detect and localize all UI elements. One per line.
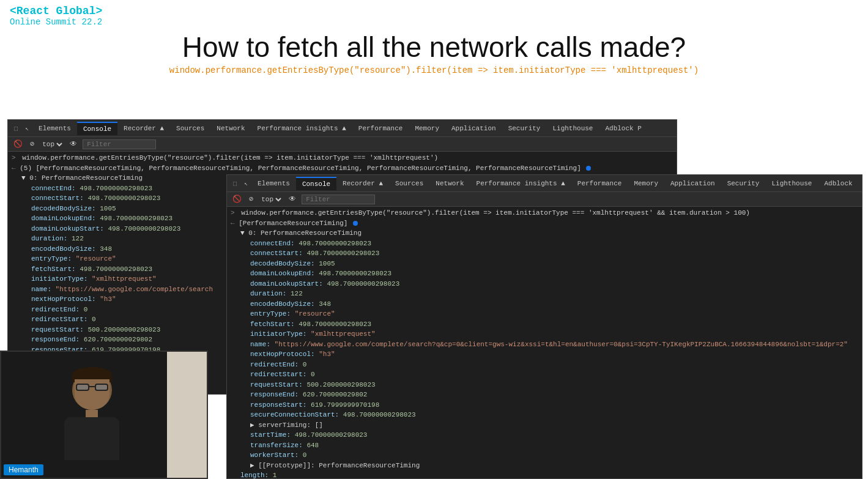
prop-domainLookupEnd-2: domainLookupEnd: 498.70000000298023 [249, 269, 859, 279]
tab-security-2[interactable]: Security [721, 177, 766, 190]
prop-name-1: connectEnd: [31, 185, 80, 192]
inspect-icon-2[interactable]: ⬚ [229, 177, 240, 190]
tab-application-2[interactable]: Application [664, 177, 721, 190]
header: <React Global> Online Summit 22.2 [0, 0, 868, 29]
webcam-overlay: Hemanth [0, 351, 208, 479]
item0-label-2: ▼ 0: PerformanceResourceTiming [239, 228, 859, 239]
prop-responseStart-2: responseStart: 619.7999999970198 [249, 400, 859, 410]
devtools-tabbar-1: ⬚ ↖ Elements Console Recorder ▲ Sources … [8, 120, 677, 137]
prop-length-2: length: 1 [239, 470, 859, 478]
prop-workerStart-2: workerStart: 0 [249, 450, 859, 461]
stop-btn-1[interactable]: ⊘ [28, 139, 36, 149]
tab-recorder-1[interactable]: Recorder ▲ [117, 122, 170, 135]
prop-nextHopProtocol-2: nextHopProtocol: "h3" [249, 349, 859, 360]
devtools-toolbar-1: 🚫 ⊘ top 👁 [8, 137, 677, 152]
prop-redirectStart-2: redirectStart: 0 [249, 369, 859, 380]
name-badge: Hemanth [4, 464, 43, 475]
tab-sources-1[interactable]: Sources [170, 122, 210, 135]
prop-connectEnd-2: connectEnd: 498.70000000298023 [249, 239, 859, 249]
prop-transferSize-2: transferSize: 648 [249, 440, 859, 451]
output-arrow-2: ← [231, 220, 239, 227]
brand-subtitle: Online Summit 22.2 [10, 17, 858, 27]
stop-btn-2[interactable]: ⊘ [247, 194, 255, 204]
prop-name-url-2: name: "https://www.google.com/complete/s… [249, 340, 859, 350]
cursor-icon[interactable]: ↖ [21, 122, 32, 135]
console-output-array-2: ← [PerformanceResourceTiming] [229, 218, 859, 229]
clear-btn-2[interactable]: 🚫 [231, 194, 243, 204]
eye-btn-2[interactable]: 👁 [287, 194, 298, 204]
tab-performance-2[interactable]: Performance [571, 177, 628, 190]
prop-redirectEnd-2: redirectEnd: 0 [249, 360, 859, 370]
console-input-line-1: > window.performance.getEntriesByType("r… [10, 153, 674, 163]
prop-connectStart-2: connectStart: 498.70000000298023 [249, 248, 859, 259]
context-select-1[interactable]: top [40, 140, 64, 149]
inspect-icon[interactable]: ⬚ [10, 122, 21, 135]
output-arrow-1: ← [12, 165, 20, 172]
filter-input-1[interactable] [83, 139, 156, 149]
tab-performance-1[interactable]: Performance [352, 122, 409, 135]
console-input-text-1: window.performance.getEntriesByType("res… [22, 154, 438, 162]
webcam-video [1, 352, 207, 478]
tab-network-2[interactable]: Network [429, 177, 470, 190]
output-text-2: [PerformanceResourceTiming] [239, 220, 347, 227]
tab-security-1[interactable]: Security [502, 122, 547, 135]
prop-initiatorType-2: initiatorType: "xmlhttprequest" [249, 329, 859, 340]
tab-adblock-2[interactable]: Adblock [818, 177, 858, 190]
item0-text-1: ▼ 0: PerformanceResourceTiming [21, 174, 143, 182]
prop-duration-2: duration: 122 [249, 289, 859, 299]
item0-text-2: ▼ 0: PerformanceResourceTiming [240, 229, 362, 237]
tab-application-1[interactable]: Application [445, 122, 502, 135]
prop-requestStart-2: requestStart: 500.2000000298023 [249, 380, 859, 390]
prop-entryType-2: entryType: "resource" [249, 309, 859, 319]
prop-fetchStart-2: fetchStart: 498.70000000298023 [249, 319, 859, 330]
subtitle-code: window.performance.getEntriesByType("res… [0, 65, 868, 75]
tab-elements-1[interactable]: Elements [32, 122, 77, 135]
prop-val-1: 498.70000000298023 [80, 185, 152, 192]
prop-responseEnd-2: responseEnd: 620.700000029802 [249, 390, 859, 400]
input-arrow-1: > [12, 154, 16, 162]
console-input-text-2: window.performance.getEntriesByType("res… [241, 209, 750, 217]
devtools-toolbar-2: 🚫 ⊘ top 👁 [227, 192, 862, 207]
prop-secureConnectionStart-2: secureConnectionStart: 498.7000000029802… [249, 410, 859, 420]
brand-title: <React Global> [10, 5, 858, 17]
prop-encodedBodySize-2: encodedBodySize: 348 [249, 299, 859, 310]
prop-serverTiming-2: ▶ serverTiming: [] [249, 420, 859, 431]
tab-elements-2[interactable]: Elements [251, 177, 296, 190]
cursor-icon-2[interactable]: ↖ [240, 177, 251, 190]
console-content-2: > window.performance.getEntriesByType("r… [227, 207, 862, 478]
input-arrow-2: > [231, 209, 235, 217]
tab-lighthouse-2[interactable]: Lighthouse [765, 177, 818, 190]
tab-perf-insights-2[interactable]: Performance insights ▲ [470, 177, 571, 190]
prop-prototype-perf-2: ▶ [[Prototype]]: PerformanceResourceTimi… [249, 461, 859, 471]
tab-adblock-1[interactable]: Adblock P [599, 122, 647, 135]
tab-console-2[interactable]: Console [296, 177, 336, 190]
prop-startTime-2: startTime: 498.70000000298023 [249, 430, 859, 440]
tab-console-1[interactable]: Console [77, 122, 117, 135]
tab-perf-insights-1[interactable]: Performance insights ▲ [251, 122, 352, 135]
info-icon-1 [586, 166, 591, 171]
console-output-array-1: ← (5) [PerformanceResourceTiming, Perfor… [10, 163, 674, 174]
filter-input-2[interactable] [302, 195, 375, 204]
tab-memory-1[interactable]: Memory [409, 122, 445, 135]
eye-btn-1[interactable]: 👁 [68, 139, 79, 149]
info-icon-2 [353, 221, 358, 226]
devtools-tabbar-2: ⬚ ↖ Elements Console Recorder ▲ Sources … [227, 175, 862, 192]
console-input-line-2: > window.performance.getEntriesByType("r… [229, 208, 859, 218]
tab-network-1[interactable]: Network [210, 122, 251, 135]
context-select-2[interactable]: top [259, 195, 283, 204]
devtools-panel-2: ⬚ ↖ Elements Console Recorder ▲ Sources … [226, 174, 862, 479]
tab-sources-2[interactable]: Sources [389, 177, 429, 190]
main-heading: How to fetch all the network calls made? [0, 32, 868, 63]
tab-lighthouse-1[interactable]: Lighthouse [546, 122, 599, 135]
tab-memory-2[interactable]: Memory [628, 177, 664, 190]
prop-domainLookupStart-2: domainLookupStart: 498.70000000298023 [249, 279, 859, 289]
prop-decodedBodySize-2: decodedBodySize: 1005 [249, 259, 859, 269]
tab-recorder-2[interactable]: Recorder ▲ [336, 177, 389, 190]
output-text-1: (5) [PerformanceResourceTiming, Performa… [20, 165, 581, 172]
clear-btn-1[interactable]: 🚫 [12, 139, 24, 149]
